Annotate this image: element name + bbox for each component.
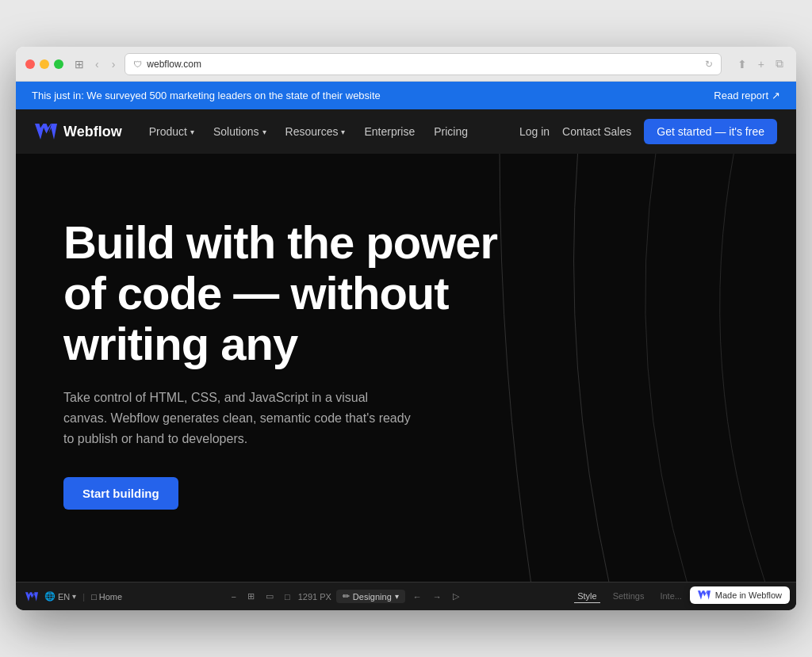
url-text: webflow.com — [147, 59, 201, 70]
minimize-button[interactable] — [40, 59, 49, 69]
back-button[interactable]: ‹ — [92, 56, 102, 72]
shield-icon: 🛡 — [133, 59, 142, 69]
design-mode-selector[interactable]: ✏ Designing ▾ — [336, 590, 405, 603]
fullscreen-button[interactable] — [54, 59, 63, 69]
logo-text: Webflow — [63, 124, 122, 140]
logo-icon — [35, 124, 57, 139]
browser-toolbar-right: ⬆ + ⧉ — [734, 55, 787, 72]
address-bar[interactable]: 🛡 webflow.com ↻ — [124, 53, 721, 75]
contact-sales-button[interactable]: Contact Sales — [562, 125, 631, 138]
nav-item-pricing[interactable]: Pricing — [426, 120, 476, 143]
nav-item-resources[interactable]: Resources ▾ — [278, 120, 354, 143]
hero-subtitle: Take control of HTML, CSS, and JavaScrip… — [63, 388, 412, 449]
hero-title: Build with the power of code — without w… — [63, 217, 508, 369]
banner-link[interactable]: Read report ↗ — [714, 90, 780, 101]
language-selector[interactable]: 🌐 EN ▾ — [44, 591, 76, 602]
made-in-webflow-label: Made in Webflow — [715, 590, 782, 600]
nav-right: Log in Contact Sales Get started — it's … — [519, 119, 777, 144]
tab-settings[interactable]: Settings — [610, 590, 648, 603]
desktop-view-button[interactable]: ⊞ — [244, 590, 258, 603]
tab-style[interactable]: Style — [574, 590, 599, 603]
pencil-icon: ✏ — [343, 591, 350, 602]
nav-links: Product ▾ Solutions ▾ Resources ▾ Enterp… — [141, 120, 476, 143]
preview-button[interactable]: ▷ — [450, 590, 462, 603]
webflow-logo[interactable]: Webflow — [35, 124, 122, 140]
banner-text: This just in: We surveyed 500 marketing … — [32, 90, 381, 101]
tab-interactions[interactable]: Inte... — [657, 590, 685, 603]
hero-section: Build with the power of code — without w… — [16, 154, 796, 582]
page-selector[interactable]: □ Home — [91, 592, 122, 602]
page-icon: □ — [91, 592, 97, 602]
style-tabs: Style Settings Inte... — [568, 590, 691, 603]
get-started-button[interactable]: Get started — it's free — [644, 119, 777, 144]
separator: | — [82, 592, 85, 602]
nav-item-product[interactable]: Product ▾ — [141, 120, 202, 143]
zoom-out-button[interactable]: − — [228, 590, 239, 603]
chevron-down-icon: ▾ — [341, 128, 345, 136]
navbar: Webflow Product ▾ Solutions ▾ Resources … — [16, 109, 796, 154]
redo-button[interactable]: → — [430, 590, 445, 603]
traffic-lights — [25, 59, 63, 69]
designer-bottom-bar: 🌐 EN ▾ | □ Home − ⊞ ▭ □ 1291 PX — [16, 582, 796, 610]
designer-bottom-area: 🌐 EN ▾ | □ Home − ⊞ ▭ □ 1291 PX — [16, 582, 796, 610]
undo-button[interactable]: ← — [410, 590, 425, 603]
share-button[interactable]: ⬆ — [734, 56, 750, 72]
chevron-down-icon: ▾ — [262, 128, 266, 136]
designer-logo — [25, 592, 38, 602]
start-building-button[interactable]: Start building — [63, 477, 178, 510]
refresh-icon[interactable]: ↻ — [705, 59, 713, 70]
nav-item-enterprise[interactable]: Enterprise — [356, 120, 423, 143]
browser-titlebar: ⊞ ‹ › 🛡 webflow.com ↻ ⬆ + ⧉ — [16, 47, 796, 82]
made-in-webflow-badge[interactable]: Made in Webflow — [690, 586, 790, 604]
designer-tools: − ⊞ ▭ □ 1291 PX ✏ Designing ▾ ← → ▷ — [128, 590, 561, 603]
nav-left: Webflow Product ▾ Solutions ▾ Resources … — [35, 120, 476, 143]
new-tab-button[interactable]: + — [755, 56, 768, 72]
globe-icon: 🌐 — [44, 591, 56, 602]
sidebar-toggle-button[interactable]: ⊞ — [73, 56, 86, 72]
forward-button[interactable]: › — [109, 56, 119, 72]
chevron-down-icon: ▾ — [190, 128, 194, 136]
chevron-down-icon: ▾ — [72, 592, 76, 601]
browser-window: ⊞ ‹ › 🛡 webflow.com ↻ ⬆ + ⧉ This just in… — [16, 47, 796, 610]
tablet-view-button[interactable]: ▭ — [262, 590, 277, 603]
canvas-width: 1291 PX — [298, 592, 331, 602]
close-button[interactable] — [25, 59, 35, 69]
hero-content: Build with the power of code — without w… — [63, 217, 508, 510]
tabs-overview-button[interactable]: ⧉ — [772, 55, 787, 72]
announcement-banner: This just in: We surveyed 500 marketing … — [16, 82, 796, 109]
login-button[interactable]: Log in — [519, 125, 550, 138]
chevron-down-icon: ▾ — [395, 592, 399, 601]
mobile-view-button[interactable]: □ — [282, 590, 293, 603]
nav-item-solutions[interactable]: Solutions ▾ — [205, 120, 274, 143]
site-content: This just in: We surveyed 500 marketing … — [16, 82, 796, 610]
